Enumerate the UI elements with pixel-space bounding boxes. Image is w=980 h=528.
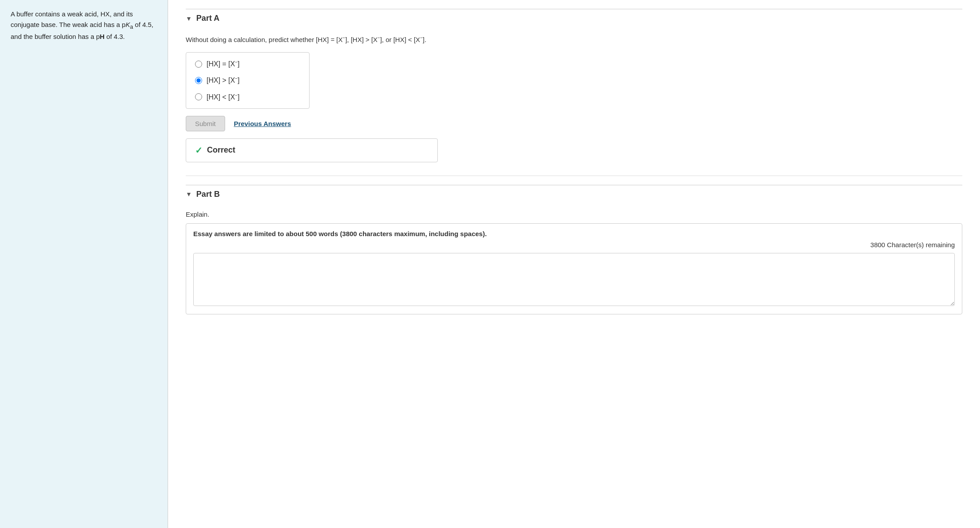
option-less[interactable]: [HX] < [X−] [195, 93, 300, 101]
part-a-section: ▼ Part A Without doing a calculation, pr… [186, 9, 962, 162]
part-b-header[interactable]: ▼ Part B [186, 185, 962, 203]
submit-button[interactable]: Submit [186, 116, 225, 131]
left-panel: A buffer contains a weak acid, HX, and i… [0, 0, 168, 528]
radio-less[interactable] [195, 93, 202, 100]
option-greater[interactable]: [HX] > [X−] [195, 76, 300, 84]
action-row: Submit Previous Answers [186, 116, 962, 131]
option-equal[interactable]: [HX] = [X−] [195, 60, 300, 68]
right-panel: ▼ Part A Without doing a calculation, pr… [168, 0, 980, 528]
option-less-label: [HX] < [X−] [207, 93, 240, 101]
part-a-header[interactable]: ▼ Part A [186, 9, 962, 27]
part-a-chevron: ▼ [186, 15, 192, 22]
char-remaining: 3800 Character(s) remaining [193, 241, 955, 249]
part-a-question: Without doing a calculation, predict whe… [186, 34, 962, 45]
radio-greater[interactable] [195, 77, 202, 84]
explain-label: Explain. [186, 210, 962, 218]
part-a-label: Part A [196, 14, 219, 23]
option-equal-label: [HX] = [X−] [207, 60, 240, 68]
options-container: [HX] = [X−] [HX] > [X−] [HX] < [X−] [186, 52, 310, 109]
radio-equal[interactable] [195, 61, 202, 68]
option-greater-label: [HX] > [X−] [207, 76, 240, 84]
correct-box: ✓ Correct [186, 138, 438, 162]
part-b-section: ▼ Part B Explain. Essay answers are limi… [186, 185, 962, 314]
correct-label: Correct [207, 145, 235, 155]
part-b-label: Part B [196, 190, 220, 199]
part-b-chevron: ▼ [186, 191, 192, 198]
essay-info-box: Essay answers are limited to about 500 w… [186, 223, 962, 314]
check-icon: ✓ [195, 145, 203, 156]
essay-textarea[interactable] [193, 253, 955, 306]
previous-answers-link[interactable]: Previous Answers [234, 120, 291, 127]
section-divider [186, 176, 962, 176]
problem-description: A buffer contains a weak acid, HX, and i… [11, 9, 157, 42]
essay-limit-text: Essay answers are limited to about 500 w… [193, 230, 955, 237]
